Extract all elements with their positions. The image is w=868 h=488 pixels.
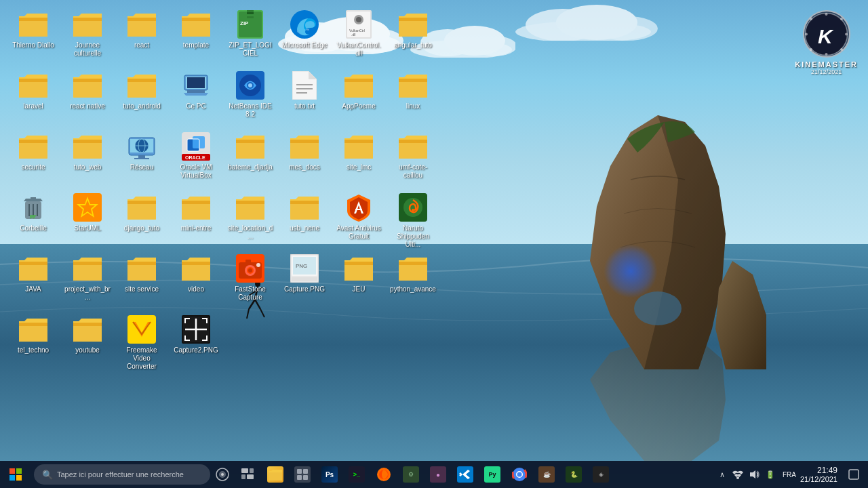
- taskbar-app-vscode[interactable]: [452, 461, 478, 488]
- icon-project-with-br[interactable]: project_with_br...: [61, 251, 114, 312]
- svg-rect-88: [193, 136, 205, 148]
- icon-journee-culturelle[interactable]: Journee culturelle: [61, 7, 114, 68]
- icon-naruto[interactable]: Naruto Shippuden Ulti...: [387, 190, 439, 251]
- icon-capture-png[interactable]: PNG Capture.PNG: [278, 251, 331, 312]
- svg-rect-72: [344, 79, 373, 82]
- icon-youtube[interactable]: youtube: [61, 312, 114, 373]
- task-view-button[interactable]: [235, 461, 259, 488]
- taskbar-app-chrome[interactable]: [507, 461, 532, 488]
- icon-tuto-android[interactable]: tuto_android: [115, 68, 168, 129]
- icon-umf-cote-caillou[interactable]: umf-cote-caillou: [387, 129, 439, 190]
- icon-netbeans[interactable]: NetBeans IDE 8.2: [224, 68, 277, 129]
- icon-java[interactable]: JAVA: [7, 251, 60, 312]
- icon-faststone[interactable]: FastStone Capture: [224, 251, 277, 312]
- icon-tel-techno[interactable]: tel_techno: [7, 312, 60, 373]
- icon-bateme-djadja[interactable]: bateme_djadja: [224, 129, 277, 190]
- icon-mes-docs[interactable]: mes_docs: [278, 129, 331, 190]
- icon-vulkan[interactable]: VulkanCtrl .dll VulkanControl.dll: [332, 7, 385, 68]
- staruml-img: [73, 193, 102, 222]
- taskbar-app-firefox[interactable]: [371, 461, 397, 488]
- icon-angular-tuto[interactable]: angular_tuto: [387, 7, 439, 68]
- chrome-icon: [511, 466, 528, 483]
- icon-video[interactable]: video: [170, 251, 222, 312]
- icon-apppoeme[interactable]: AppPoeme: [332, 68, 385, 129]
- icon-usb-nene[interactable]: usb_nene: [278, 190, 331, 251]
- icon-label-corbeille: Corbeille: [20, 224, 46, 232]
- taskbar-app-task-view[interactable]: [290, 461, 315, 488]
- icon-tuto-web[interactable]: tuto_web: [61, 129, 114, 190]
- taskbar-app-11[interactable]: ☕: [534, 461, 559, 488]
- icon-securite[interactable]: securite: [7, 129, 60, 190]
- icon-mini-entre[interactable]: mini-entre: [170, 190, 222, 251]
- icon-reseau[interactable]: Réseau: [115, 129, 168, 190]
- taskbar-app-6[interactable]: ⚙: [398, 461, 424, 488]
- folder-img-jeu: [344, 254, 373, 283]
- icon-python-avance[interactable]: python_avance: [387, 251, 439, 312]
- icon-microsoft-edge[interactable]: Microsoft Edge: [278, 7, 331, 68]
- tray-language[interactable]: FRA: [783, 468, 796, 481]
- icon-label-naruto: Naruto Shippuden Ulti...: [390, 224, 436, 249]
- icon-linux[interactable]: linux: [387, 68, 439, 129]
- taskbar-app-7[interactable]: ●: [425, 461, 451, 488]
- svg-point-49: [356, 17, 361, 22]
- icon-avast[interactable]: Avast Antivirus Gratuit: [332, 190, 385, 251]
- app11-icon: ☕: [538, 466, 555, 483]
- icon-label-capture2-png: Capture2.PNG: [174, 346, 218, 354]
- cortana-button[interactable]: [210, 461, 234, 488]
- icon-react[interactable]: react: [115, 7, 168, 68]
- icon-site-lmc[interactable]: site_lmc: [332, 129, 385, 190]
- clock[interactable]: 21:49 21/12/2021: [800, 466, 837, 483]
- icon-react-native[interactable]: react native: [61, 68, 114, 129]
- icon-site-service[interactable]: site service: [115, 251, 168, 312]
- svg-rect-99: [399, 140, 427, 143]
- svg-rect-110: [182, 201, 210, 204]
- icon-freemake[interactable]: Freemake Video Converter: [115, 312, 168, 373]
- icon-django-tuto[interactable]: django_tuto: [115, 190, 168, 251]
- folder-img-linux: [399, 71, 427, 100]
- start-button[interactable]: [0, 461, 31, 488]
- taskbar-app-13[interactable]: ◈: [588, 461, 614, 488]
- svg-rect-120: [19, 262, 47, 265]
- icon-corbeille[interactable]: Corbeille: [7, 190, 60, 251]
- icon-ce-pc[interactable]: Ce PC: [170, 68, 222, 129]
- icon-template[interactable]: template: [170, 7, 222, 68]
- folder-img-tuto-web: [73, 132, 102, 161]
- svg-rect-55: [19, 79, 47, 82]
- icon-label-laravel: laravel: [23, 102, 43, 110]
- taskbar-app-terminal[interactable]: >_: [344, 461, 370, 488]
- tray-battery-icon[interactable]: 🔋: [764, 468, 777, 481]
- icon-site-location[interactable]: site_location_d...: [224, 190, 277, 251]
- tray-show-hidden[interactable]: ∧: [715, 468, 729, 481]
- taskbar-app-pycharm[interactable]: Py: [479, 461, 505, 488]
- svg-rect-97: [344, 140, 373, 143]
- icon-label-java: JAVA: [25, 285, 41, 293]
- taskbar-app-photoshop[interactable]: Ps: [317, 461, 342, 488]
- icon-label-react-native: react native: [70, 102, 105, 110]
- taskbar-pinned-apps: Ps >_: [262, 461, 614, 488]
- icon-capture2-png[interactable]: Capture2.PNG: [170, 312, 222, 373]
- taskbar-app-12[interactable]: 🐍: [561, 461, 587, 488]
- tray-volume-icon[interactable]: [747, 468, 761, 481]
- icon-zip-logiciel[interactable]: ZIP ZIP_ET_LOGICIEL: [224, 7, 277, 68]
- desktop: K KINEMASTER 21/12/2021 Thierno Diallo: [0, 0, 868, 488]
- icon-staruml[interactable]: StarUML: [61, 190, 114, 251]
- icon-thierno-diallo[interactable]: Thierno Diallo: [7, 7, 60, 68]
- search-placeholder-text: Tapez ici pour effectuer une recherche: [57, 470, 184, 479]
- icon-tuto-txt[interactable]: tuto.txt: [278, 68, 331, 129]
- svg-rect-146: [73, 323, 102, 326]
- icon-oracle-vm[interactable]: ORACLE Oracle VM VirtualBox: [170, 129, 222, 190]
- svg-point-24: [825, 13, 828, 16]
- oracle-img: ORACLE: [182, 132, 210, 161]
- folder-img-android: [127, 71, 156, 100]
- svg-point-28: [810, 18, 812, 20]
- search-bar[interactable]: 🔍 Tapez ici pour effectuer une recherche: [34, 464, 210, 485]
- folder-img-mes-docs: [290, 132, 319, 161]
- svg-rect-122: [73, 262, 102, 265]
- svg-point-174: [736, 476, 739, 479]
- taskbar-app-file-explorer[interactable]: [262, 461, 288, 488]
- icon-label-staruml: StarUML: [74, 224, 100, 232]
- icon-jeu[interactable]: JEU: [332, 251, 385, 312]
- tray-network-icon[interactable]: [731, 468, 745, 481]
- icon-laravel[interactable]: laravel: [7, 68, 60, 129]
- notification-button[interactable]: [843, 461, 865, 488]
